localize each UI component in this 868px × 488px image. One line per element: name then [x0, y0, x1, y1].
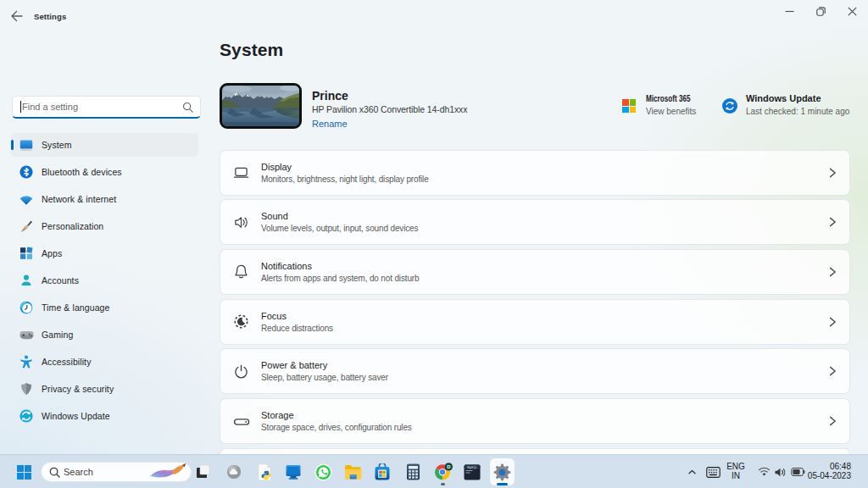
svg-text:D: D: [447, 464, 450, 469]
svg-text:MySQL: MySQL: [467, 465, 476, 469]
